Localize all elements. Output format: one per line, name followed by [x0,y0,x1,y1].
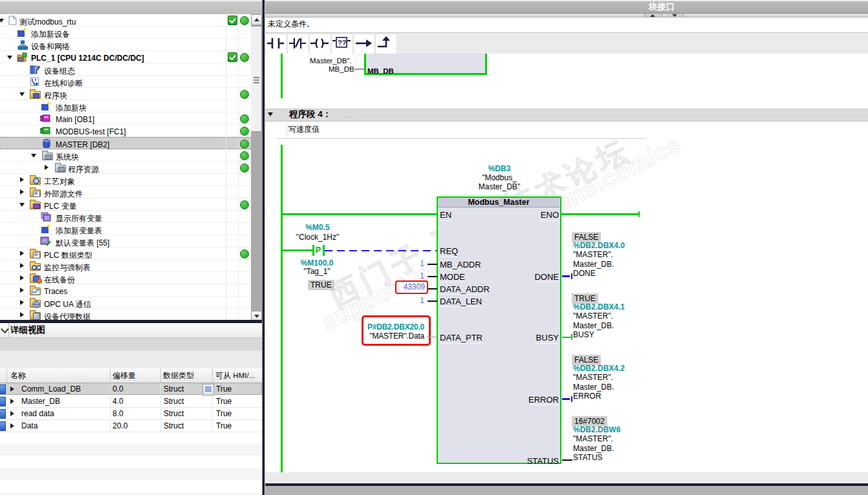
svg-text:??: ?? [338,39,347,47]
